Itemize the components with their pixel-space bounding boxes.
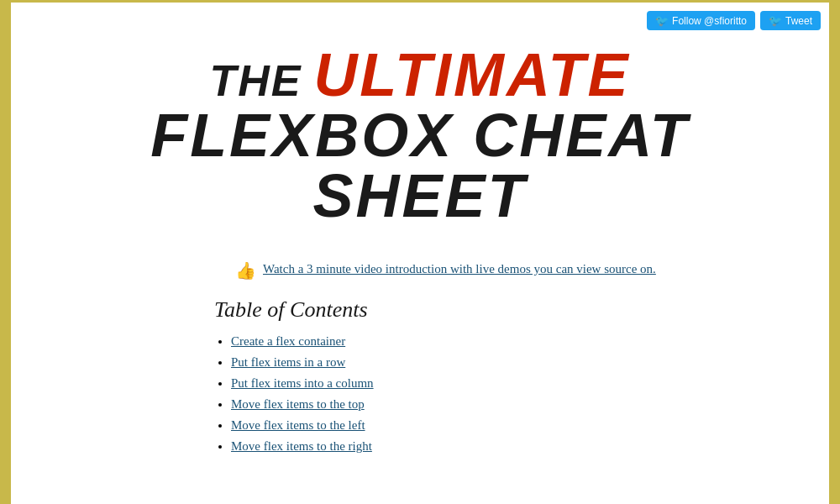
title-ultimate: ULTIMATE	[313, 41, 630, 108]
tweet-label: Tweet	[785, 15, 812, 27]
title-flexbox: FLEXBOX CHEAT SHEET	[45, 105, 795, 226]
list-item: Move flex items to the right	[231, 439, 693, 454]
list-item: Create a flex container	[231, 334, 693, 349]
toc-link[interactable]: Move flex items to the top	[231, 397, 365, 411]
intro-link[interactable]: Watch a 3 minute video introduction with…	[263, 260, 656, 279]
list-item: Put flex items into a column	[231, 376, 693, 391]
intro-link-block: 👍 Watch a 3 minute video introduction wi…	[235, 260, 672, 281]
toc-link[interactable]: Move flex items to the left	[231, 418, 365, 432]
title-the: THE	[209, 56, 302, 105]
follow-label: Follow @sfioritto	[672, 15, 747, 27]
top-bar: 🐦 Follow @sfioritto 🐦 Tweet	[647, 11, 821, 30]
title-line1: THE ULTIMATE	[45, 45, 795, 105]
header-section: THE ULTIMATE FLEXBOX CHEAT SHEET	[45, 19, 795, 243]
tweet-icon: 🐦	[769, 14, 782, 27]
toc-title: Table of Contents	[214, 297, 693, 323]
toc-link[interactable]: Put flex items into a column	[231, 376, 374, 390]
toc-link[interactable]: Move flex items to the right	[231, 439, 372, 453]
toc-section: Table of Contents Create a flex containe…	[147, 297, 693, 454]
toc-link[interactable]: Put flex items in a row	[231, 355, 345, 369]
list-item: Move flex items to the left	[231, 418, 693, 433]
follow-button[interactable]: 🐦 Follow @sfioritto	[647, 11, 755, 30]
page-container: 🐦 Follow @sfioritto 🐦 Tweet THE ULTIMATE…	[8, 0, 832, 504]
twitter-icon: 🐦	[655, 14, 669, 27]
list-item: Put flex items in a row	[231, 355, 693, 370]
intro-section: 👍 Watch a 3 minute video introduction wi…	[168, 260, 672, 281]
thumbsup-icon: 👍	[235, 260, 256, 281]
toc-list: Create a flex containerPut flex items in…	[214, 334, 693, 454]
list-item: Move flex items to the top	[231, 397, 693, 412]
tweet-button[interactable]: 🐦 Tweet	[760, 11, 821, 30]
toc-link[interactable]: Create a flex container	[231, 334, 345, 348]
